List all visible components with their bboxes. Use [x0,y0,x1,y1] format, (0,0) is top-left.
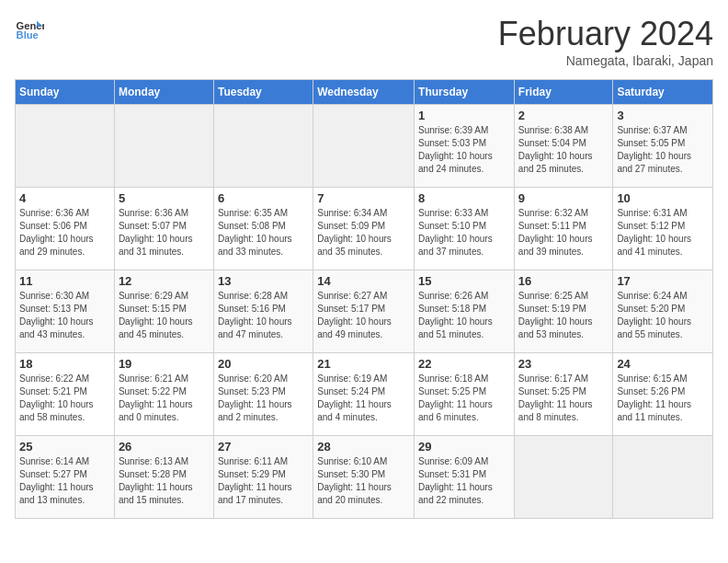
day-info: Sunrise: 6:30 AM Sunset: 5:13 PM Dayligh… [19,290,110,341]
col-sunday: Sunday [16,80,115,105]
day-info: Sunrise: 6:20 AM Sunset: 5:23 PM Dayligh… [218,373,309,424]
day-info: Sunrise: 6:19 AM Sunset: 5:24 PM Dayligh… [317,373,410,424]
day-info: Sunrise: 6:37 AM Sunset: 5:05 PM Dayligh… [617,124,709,176]
day-number: 15 [418,274,510,288]
title-area: February 2024 Namegata, Ibaraki, Japan [498,15,713,68]
week-row-2: 4Sunrise: 6:36 AM Sunset: 5:06 PM Daylig… [16,188,713,270]
day-cell: 24Sunrise: 6:15 AM Sunset: 5:26 PM Dayli… [613,353,713,436]
day-info: Sunrise: 6:33 AM Sunset: 5:10 PM Dayligh… [418,207,510,259]
day-number: 13 [218,274,309,288]
calendar-body: 1Sunrise: 6:39 AM Sunset: 5:03 PM Daylig… [16,105,713,519]
day-cell: 5Sunrise: 6:36 AM Sunset: 5:07 PM Daylig… [114,188,213,270]
day-cell: 2Sunrise: 6:38 AM Sunset: 5:04 PM Daylig… [514,105,613,188]
day-number: 25 [19,440,110,454]
day-cell: 22Sunrise: 6:18 AM Sunset: 5:25 PM Dayli… [415,353,515,436]
day-number: 7 [317,191,410,205]
day-cell: 26Sunrise: 6:13 AM Sunset: 5:28 PM Dayli… [114,436,213,519]
day-cell: 23Sunrise: 6:17 AM Sunset: 5:25 PM Dayli… [514,353,613,436]
col-friday: Friday [514,80,613,105]
day-number: 18 [19,357,110,371]
day-info: Sunrise: 6:13 AM Sunset: 5:28 PM Dayligh… [119,455,210,507]
day-info: Sunrise: 6:10 AM Sunset: 5:30 PM Dayligh… [317,455,410,507]
day-info: Sunrise: 6:28 AM Sunset: 5:16 PM Dayligh… [218,290,309,341]
calendar-table: Sunday Monday Tuesday Wednesday Thursday… [15,79,713,519]
day-cell: 28Sunrise: 6:10 AM Sunset: 5:30 PM Dayli… [313,436,415,519]
day-cell: 29Sunrise: 6:09 AM Sunset: 5:31 PM Dayli… [415,436,515,519]
day-info: Sunrise: 6:18 AM Sunset: 5:25 PM Dayligh… [418,373,510,424]
day-info: Sunrise: 6:35 AM Sunset: 5:08 PM Dayligh… [218,207,309,259]
day-number: 23 [518,357,609,371]
day-info: Sunrise: 6:25 AM Sunset: 5:19 PM Dayligh… [518,290,609,341]
day-cell: 18Sunrise: 6:22 AM Sunset: 5:21 PM Dayli… [16,353,115,436]
logo-icon: General Blue [15,15,44,44]
day-cell: 19Sunrise: 6:21 AM Sunset: 5:22 PM Dayli… [114,353,213,436]
day-info: Sunrise: 6:27 AM Sunset: 5:17 PM Dayligh… [317,290,410,341]
day-cell: 27Sunrise: 6:11 AM Sunset: 5:29 PM Dayli… [213,436,313,519]
day-cell: 10Sunrise: 6:31 AM Sunset: 5:12 PM Dayli… [613,188,713,270]
day-number: 6 [218,191,309,205]
day-cell: 3Sunrise: 6:37 AM Sunset: 5:05 PM Daylig… [613,105,713,188]
day-cell: 11Sunrise: 6:30 AM Sunset: 5:13 PM Dayli… [16,270,115,353]
day-info: Sunrise: 6:15 AM Sunset: 5:26 PM Dayligh… [617,373,709,424]
day-cell: 25Sunrise: 6:14 AM Sunset: 5:27 PM Dayli… [16,436,115,519]
day-number: 16 [518,274,609,288]
calendar-header: Sunday Monday Tuesday Wednesday Thursday… [16,80,713,105]
day-number: 14 [317,274,410,288]
day-info: Sunrise: 6:39 AM Sunset: 5:03 PM Dayligh… [418,124,510,176]
day-number: 1 [418,109,510,122]
day-number: 3 [617,109,709,122]
day-info: Sunrise: 6:36 AM Sunset: 5:07 PM Dayligh… [119,207,210,259]
day-cell: 17Sunrise: 6:24 AM Sunset: 5:20 PM Dayli… [613,270,713,353]
day-number: 21 [317,357,410,371]
day-cell [213,105,313,188]
week-row-4: 18Sunrise: 6:22 AM Sunset: 5:21 PM Dayli… [16,353,713,436]
day-cell [16,105,115,188]
day-cell: 12Sunrise: 6:29 AM Sunset: 5:15 PM Dayli… [114,270,213,353]
day-cell: 20Sunrise: 6:20 AM Sunset: 5:23 PM Dayli… [213,353,313,436]
day-cell: 13Sunrise: 6:28 AM Sunset: 5:16 PM Dayli… [213,270,313,353]
day-info: Sunrise: 6:14 AM Sunset: 5:27 PM Dayligh… [19,455,110,507]
svg-text:Blue: Blue [17,29,39,40]
col-wednesday: Wednesday [313,80,415,105]
day-cell: 7Sunrise: 6:34 AM Sunset: 5:09 PM Daylig… [313,188,415,270]
day-cell: 8Sunrise: 6:33 AM Sunset: 5:10 PM Daylig… [415,188,515,270]
day-cell: 15Sunrise: 6:26 AM Sunset: 5:18 PM Dayli… [415,270,515,353]
day-number: 8 [418,191,510,205]
day-cell [514,436,613,519]
month-title: February 2024 [498,15,713,53]
day-cell: 6Sunrise: 6:35 AM Sunset: 5:08 PM Daylig… [213,188,313,270]
day-info: Sunrise: 6:38 AM Sunset: 5:04 PM Dayligh… [518,124,609,176]
week-row-3: 11Sunrise: 6:30 AM Sunset: 5:13 PM Dayli… [16,270,713,353]
logo: General Blue [15,15,44,44]
day-cell: 16Sunrise: 6:25 AM Sunset: 5:19 PM Dayli… [514,270,613,353]
day-cell: 14Sunrise: 6:27 AM Sunset: 5:17 PM Dayli… [313,270,415,353]
day-number: 10 [617,191,709,205]
day-number: 24 [617,357,709,371]
day-info: Sunrise: 6:32 AM Sunset: 5:11 PM Dayligh… [518,207,609,259]
day-number: 27 [218,440,309,454]
day-number: 4 [19,191,110,205]
day-info: Sunrise: 6:26 AM Sunset: 5:18 PM Dayligh… [418,290,510,341]
day-number: 17 [617,274,709,288]
location: Namegata, Ibaraki, Japan [498,53,713,68]
col-monday: Monday [114,80,213,105]
day-cell [313,105,415,188]
day-cell: 4Sunrise: 6:36 AM Sunset: 5:06 PM Daylig… [16,188,115,270]
col-saturday: Saturday [613,80,713,105]
day-info: Sunrise: 6:34 AM Sunset: 5:09 PM Dayligh… [317,207,410,259]
day-number: 19 [119,357,210,371]
day-number: 20 [218,357,309,371]
day-info: Sunrise: 6:24 AM Sunset: 5:20 PM Dayligh… [617,290,709,341]
day-info: Sunrise: 6:21 AM Sunset: 5:22 PM Dayligh… [119,373,210,424]
day-info: Sunrise: 6:09 AM Sunset: 5:31 PM Dayligh… [418,455,510,507]
day-number: 11 [19,274,110,288]
day-cell: 1Sunrise: 6:39 AM Sunset: 5:03 PM Daylig… [415,105,515,188]
day-cell [613,436,713,519]
day-number: 9 [518,191,609,205]
day-info: Sunrise: 6:36 AM Sunset: 5:06 PM Dayligh… [19,207,110,259]
day-number: 2 [518,109,609,122]
day-cell: 21Sunrise: 6:19 AM Sunset: 5:24 PM Dayli… [313,353,415,436]
day-number: 22 [418,357,510,371]
day-info: Sunrise: 6:17 AM Sunset: 5:25 PM Dayligh… [518,373,609,424]
day-info: Sunrise: 6:31 AM Sunset: 5:12 PM Dayligh… [617,207,709,259]
